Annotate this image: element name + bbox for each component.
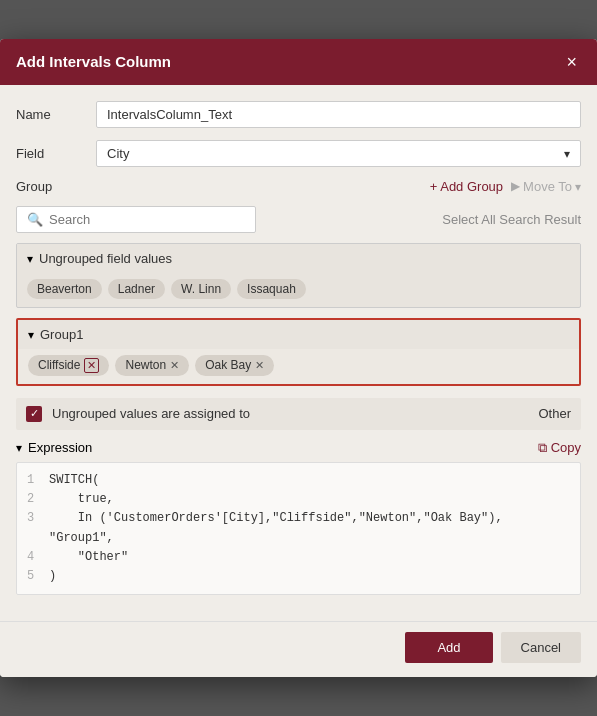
- cancel-button[interactable]: Cancel: [501, 632, 581, 663]
- chip-label: Cliffside: [38, 358, 80, 372]
- copy-icon: ⧉: [538, 440, 547, 456]
- group1-header[interactable]: Group1: [18, 320, 579, 349]
- expression-section: Expression ⧉ Copy 1 SWITCH( 2 true, 3: [16, 440, 581, 595]
- line-content: "Other": [49, 548, 128, 567]
- group-label: Group: [16, 179, 96, 194]
- ungrouped-label: Ungrouped field values: [39, 251, 172, 266]
- line-num: 3: [27, 509, 39, 547]
- close-button[interactable]: ×: [562, 51, 581, 73]
- chip-label: Issaquah: [247, 282, 296, 296]
- name-label: Name: [16, 107, 96, 122]
- chip-label: Beaverton: [37, 282, 92, 296]
- search-input[interactable]: [49, 212, 245, 227]
- ungrouped-assigned-value: Other: [538, 406, 571, 421]
- chip-ladner[interactable]: Ladner: [108, 279, 165, 299]
- ungrouped-assigned-row: ✓ Ungrouped values are assigned to Other: [16, 398, 581, 430]
- move-to-label: Move To: [523, 179, 572, 194]
- chip-remove-newton[interactable]: ✕: [170, 360, 179, 371]
- name-input[interactable]: [96, 101, 581, 128]
- line-content: true,: [49, 490, 114, 509]
- group1-chevron-icon: [28, 327, 34, 342]
- search-box: 🔍: [16, 206, 256, 233]
- ungrouped-chevron-icon: [27, 251, 33, 266]
- code-block: 1 SWITCH( 2 true, 3 In ('CustomerOrders'…: [16, 462, 581, 595]
- dialog-body: Name Field City Group + Add Group ▶ Move…: [0, 85, 597, 621]
- expression-chevron-icon: [16, 440, 22, 455]
- chevron-down-icon: [564, 146, 570, 161]
- ungrouped-section: Ungrouped field values Beaverton Ladner …: [16, 243, 581, 308]
- chip-wlinn[interactable]: W. Linn: [171, 279, 231, 299]
- chip-beaverton[interactable]: Beaverton: [27, 279, 102, 299]
- group1-chips-row: Cliffside ✕ Newton ✕ Oak Bay ✕: [18, 349, 579, 384]
- code-line-3: 3 In ('CustomerOrders'[City],"Cliffside"…: [27, 509, 570, 547]
- chip-newton[interactable]: Newton ✕: [115, 355, 189, 376]
- code-line-2: 2 true,: [27, 490, 570, 509]
- line-content: In ('CustomerOrders'[City],"Cliffside","…: [49, 509, 570, 547]
- dialog-footer: Add Cancel: [0, 621, 597, 677]
- field-label: Field: [16, 146, 96, 161]
- select-all-search-result[interactable]: Select All Search Result: [442, 212, 581, 227]
- field-row: Field City: [16, 140, 581, 167]
- ungrouped-assigned-label: Ungrouped values are assigned to: [52, 406, 250, 421]
- line-num: 5: [27, 567, 39, 586]
- expression-toggle[interactable]: Expression: [16, 440, 92, 455]
- chip-label: Ladner: [118, 282, 155, 296]
- expression-header: Expression ⧉ Copy: [16, 440, 581, 456]
- group1-section: Group1 Cliffside ✕ Newton ✕ Oak Bay ✕: [16, 318, 581, 386]
- copy-button[interactable]: ⧉ Copy: [538, 440, 581, 456]
- move-to-chevron-icon: [575, 179, 581, 194]
- dialog-title: Add Intervals Column: [16, 53, 171, 70]
- line-num: 1: [27, 471, 39, 490]
- chip-remove-cliffside[interactable]: ✕: [84, 358, 99, 373]
- line-num: 4: [27, 548, 39, 567]
- line-content: ): [49, 567, 56, 586]
- code-line-4: 4 "Other": [27, 548, 570, 567]
- ungrouped-chips-row: Beaverton Ladner W. Linn Issaquah: [17, 273, 580, 307]
- chip-label: W. Linn: [181, 282, 221, 296]
- dialog-header: Add Intervals Column ×: [0, 39, 597, 85]
- search-row: 🔍 Select All Search Result: [16, 206, 581, 233]
- chip-cliffside[interactable]: Cliffside ✕: [28, 355, 109, 376]
- chip-label: Newton: [125, 358, 166, 372]
- move-to-button[interactable]: ▶ Move To: [511, 179, 581, 194]
- group1-label: Group1: [40, 327, 83, 342]
- code-line-5: 5 ): [27, 567, 570, 586]
- code-line-1: 1 SWITCH(: [27, 471, 570, 490]
- copy-label: Copy: [551, 440, 581, 455]
- line-num: 2: [27, 490, 39, 509]
- expression-label: Expression: [28, 440, 92, 455]
- move-to-icon: ▶: [511, 179, 520, 193]
- ungrouped-header[interactable]: Ungrouped field values: [17, 244, 580, 273]
- field-dropdown[interactable]: City: [96, 140, 581, 167]
- chip-remove-oakbay[interactable]: ✕: [255, 360, 264, 371]
- name-row: Name: [16, 101, 581, 128]
- line-content: SWITCH(: [49, 471, 99, 490]
- add-group-button[interactable]: + Add Group: [430, 179, 503, 194]
- chip-oakbay[interactable]: Oak Bay ✕: [195, 355, 274, 376]
- chip-issaquah[interactable]: Issaquah: [237, 279, 306, 299]
- field-dropdown-value: City: [107, 146, 129, 161]
- ungrouped-checkbox[interactable]: ✓: [26, 406, 42, 422]
- add-intervals-dialog: Add Intervals Column × Name Field City G…: [0, 39, 597, 677]
- add-button[interactable]: Add: [405, 632, 492, 663]
- group-row: Group + Add Group ▶ Move To: [16, 179, 581, 194]
- search-icon: 🔍: [27, 212, 43, 227]
- chip-label: Oak Bay: [205, 358, 251, 372]
